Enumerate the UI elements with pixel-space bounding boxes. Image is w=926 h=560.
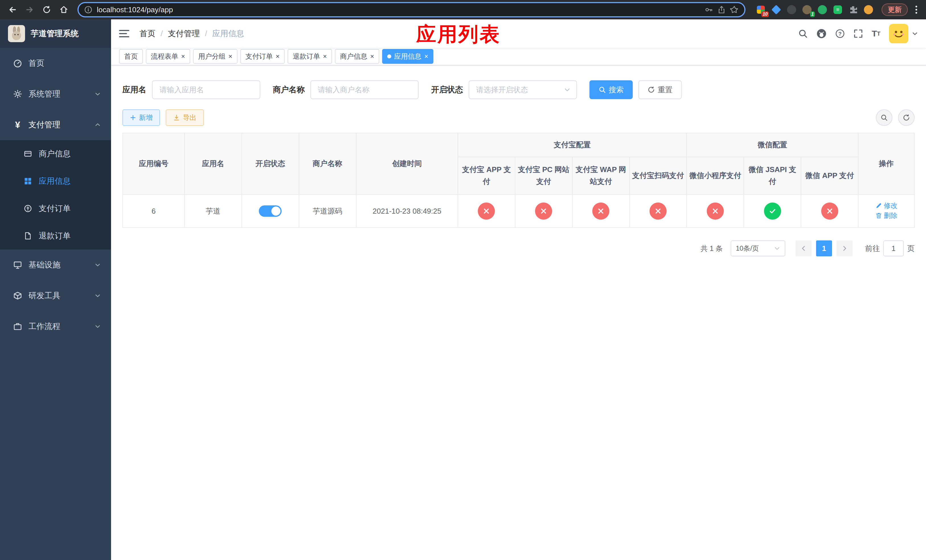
tab-label: 首页 xyxy=(124,52,138,61)
help-icon[interactable]: ? xyxy=(835,29,845,38)
close-icon[interactable]: × xyxy=(228,53,232,60)
extensions-puzzle-icon[interactable] xyxy=(848,5,858,15)
edit-pencil-icon xyxy=(875,202,882,209)
dashboard-icon xyxy=(12,59,23,68)
add-button-label: 新增 xyxy=(139,113,153,122)
channel-disabled-icon xyxy=(535,203,552,219)
close-icon[interactable]: × xyxy=(370,53,374,60)
extension-dark-icon[interactable] xyxy=(787,5,797,15)
chevron-down-icon xyxy=(95,262,101,268)
extension-profile-icon[interactable]: 1 xyxy=(802,5,812,15)
tab-user-group[interactable]: 用户分组× xyxy=(193,49,238,64)
sidebar-item-pay-order[interactable]: 支付订单 xyxy=(0,195,111,222)
sidebar-item-refund-order[interactable]: 退款订单 xyxy=(0,222,111,250)
tab-home[interactable]: 首页 xyxy=(119,49,143,64)
cell-alipay-scan xyxy=(629,195,687,228)
extension-wechat-icon[interactable] xyxy=(817,5,828,15)
extension-diamond-icon[interactable] xyxy=(771,5,781,15)
tab-label: 应用信息 xyxy=(394,52,421,61)
export-button[interactable]: 导出 xyxy=(166,109,204,126)
profile-badge: 1 xyxy=(810,11,815,17)
status-select[interactable]: 请选择开启状态 xyxy=(469,80,577,99)
sidebar-item-infra[interactable]: 基础设施 xyxy=(0,250,111,280)
goto-page-input[interactable] xyxy=(883,241,904,256)
chevron-right-icon xyxy=(841,245,848,252)
sidebar-item-home[interactable]: 首页 xyxy=(0,48,111,79)
prev-page-button[interactable] xyxy=(796,241,811,256)
status-toggle[interactable] xyxy=(259,205,281,217)
font-size-icon[interactable]: TT xyxy=(872,29,881,38)
browser-menu-icon[interactable] xyxy=(911,3,921,16)
sidebar-item-merchant-info[interactable]: 商户信息 xyxy=(0,140,111,168)
chevron-down-icon xyxy=(95,91,101,97)
sidebar-item-app-info[interactable]: 应用信息 xyxy=(0,168,111,195)
add-button[interactable]: 新增 xyxy=(123,109,160,126)
close-icon[interactable]: × xyxy=(275,53,280,60)
tab-app-info[interactable]: 应用信息× xyxy=(382,49,433,64)
extension-grid-icon[interactable]: 10 xyxy=(756,5,766,15)
extension-note-icon[interactable]: ≡ xyxy=(832,5,843,15)
app-name-input[interactable] xyxy=(159,85,253,94)
cell-wechat-app xyxy=(801,195,858,228)
sidebar-menu: 首页 系统管理 ¥ 支付管理 商户信息 xyxy=(0,48,111,560)
password-key-icon[interactable] xyxy=(705,5,713,14)
column-header-status: 开启状态 xyxy=(242,133,299,195)
column-header-actions: 操作 xyxy=(858,133,914,195)
browser-back-icon[interactable] xyxy=(5,2,21,18)
sidebar-item-workflow[interactable]: 工作流程 xyxy=(0,311,111,342)
header-search-icon[interactable] xyxy=(798,29,808,38)
column-header-alipay-wap: 支付宝 WAP 网站支付 xyxy=(572,157,629,195)
close-icon[interactable]: × xyxy=(323,53,327,60)
site-info-icon[interactable] xyxy=(84,6,92,14)
channel-disabled-icon xyxy=(649,203,667,219)
bookmark-star-icon[interactable] xyxy=(730,5,738,14)
user-avatar-menu[interactable] xyxy=(889,24,918,43)
fullscreen-icon[interactable] xyxy=(853,29,863,38)
sidebar-toggle-icon[interactable] xyxy=(119,28,130,39)
share-icon[interactable] xyxy=(717,5,726,14)
breadcrumb: 首页 / 支付管理 / 应用信息 xyxy=(139,28,244,39)
tab-refund-order[interactable]: 退款订单× xyxy=(287,49,332,64)
page-size-select[interactable]: 10条/页 xyxy=(731,241,785,256)
table-right-tools xyxy=(876,109,915,126)
toggle-knob xyxy=(271,206,280,216)
browser-home-icon[interactable] xyxy=(56,2,72,18)
tab-process-form[interactable]: 流程表单× xyxy=(146,49,190,64)
merchant-name-input[interactable] xyxy=(318,85,411,94)
sidebar-item-payment[interactable]: ¥ 支付管理 xyxy=(0,109,111,140)
box-icon xyxy=(12,291,23,300)
page-number-button[interactable]: 1 xyxy=(816,241,832,256)
table-toolbar: 新增 导出 xyxy=(123,109,915,126)
sidebar-item-devtools[interactable]: 研发工具 xyxy=(0,280,111,311)
merchant-name-input-wrap xyxy=(310,80,419,99)
address-bar[interactable]: localhost:1024/pay/app xyxy=(77,2,746,17)
github-icon[interactable] xyxy=(816,29,827,39)
reset-button[interactable]: 重置 xyxy=(639,80,682,99)
download-icon xyxy=(173,114,180,121)
url-text[interactable]: localhost:1024/pay/app xyxy=(97,5,173,14)
merchant-name-label: 商户名称 xyxy=(273,84,305,95)
toggle-search-button[interactable] xyxy=(876,109,893,126)
breadcrumb-home[interactable]: 首页 xyxy=(139,28,156,39)
tab-merchant-info[interactable]: 商户信息× xyxy=(335,49,379,64)
close-icon[interactable]: × xyxy=(181,53,185,60)
avatar xyxy=(889,24,908,43)
next-page-button[interactable] xyxy=(837,241,853,256)
sidebar-logo-row[interactable]: 芋道管理系统 xyxy=(0,20,111,48)
sidebar-item-system[interactable]: 系统管理 xyxy=(0,79,111,109)
browser-update-button[interactable]: 更新 xyxy=(882,3,908,16)
breadcrumb-separator: / xyxy=(160,29,163,38)
extension-emoji-icon[interactable] xyxy=(863,5,874,15)
delete-button[interactable]: 删除 xyxy=(875,211,897,220)
refresh-table-button[interactable] xyxy=(898,109,915,126)
breadcrumb-section[interactable]: 支付管理 xyxy=(168,28,200,39)
table-row: 6 芋道 芋道源码 2021-10-23 08:49:25 xyxy=(123,195,914,228)
tab-pay-order[interactable]: 支付订单× xyxy=(240,49,285,64)
edit-label: 修改 xyxy=(884,201,897,210)
extension-badge: 10 xyxy=(761,11,769,17)
browser-refresh-icon[interactable] xyxy=(39,2,54,18)
edit-button[interactable]: 修改 xyxy=(875,201,897,210)
close-icon[interactable]: × xyxy=(424,53,428,60)
search-button[interactable]: 搜索 xyxy=(589,80,633,99)
browser-forward-icon[interactable] xyxy=(22,2,38,18)
